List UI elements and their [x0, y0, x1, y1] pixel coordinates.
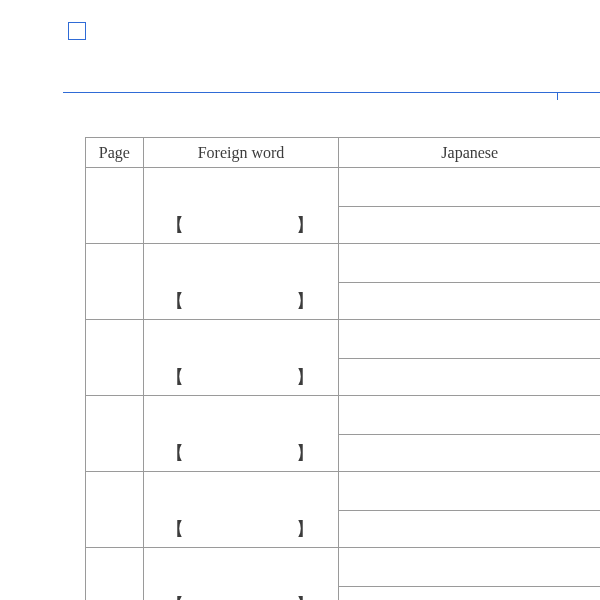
table-row: 【】 [86, 168, 601, 244]
bracket-field: 【】 [166, 441, 316, 465]
vocabulary-table: Page Foreign word Japanese 【】 【】 [85, 137, 600, 600]
bracket-field: 【】 [166, 517, 316, 541]
document-page: Page Foreign word Japanese 【】 【】 [0, 0, 600, 600]
cell-page [86, 472, 144, 548]
header-page: Page [86, 138, 144, 168]
bracket-field: 【】 [166, 593, 316, 600]
bracket-field: 【】 [166, 289, 316, 313]
cell-foreign-word: 【】 [143, 244, 339, 320]
cell-japanese [339, 244, 600, 320]
bracket-close-icon: 】 [296, 593, 316, 600]
table-row: 【】 [86, 244, 601, 320]
cell-page [86, 548, 144, 601]
bracket-field: 【】 [166, 365, 316, 389]
table-row: 【】 [86, 396, 601, 472]
bracket-open-icon: 【 [166, 213, 186, 237]
cell-foreign-word: 【】 [143, 548, 339, 601]
bracket-close-icon: 】 [296, 289, 316, 313]
table-row: 【】 [86, 320, 601, 396]
bracket-close-icon: 】 [296, 441, 316, 465]
bracket-open-icon: 【 [166, 517, 186, 541]
bracket-close-icon: 】 [296, 365, 316, 389]
horizontal-rule [63, 92, 600, 93]
header-foreign-word: Foreign word [143, 138, 339, 168]
rule-tick [557, 92, 558, 100]
bracket-open-icon: 【 [166, 289, 186, 313]
cell-japanese [339, 472, 600, 548]
bracket-open-icon: 【 [166, 593, 186, 600]
cell-foreign-word: 【】 [143, 320, 339, 396]
cell-page [86, 168, 144, 244]
table-header-row: Page Foreign word Japanese [86, 138, 601, 168]
checkbox-icon[interactable] [68, 22, 86, 40]
cell-page [86, 396, 144, 472]
cell-foreign-word: 【】 [143, 472, 339, 548]
cell-foreign-word: 【】 [143, 168, 339, 244]
bracket-close-icon: 】 [296, 517, 316, 541]
bracket-open-icon: 【 [166, 441, 186, 465]
cell-foreign-word: 【】 [143, 396, 339, 472]
cell-japanese [339, 320, 600, 396]
table-row: 【】 [86, 472, 601, 548]
cell-japanese [339, 168, 600, 244]
bracket-close-icon: 】 [296, 213, 316, 237]
cell-page [86, 244, 144, 320]
table-body: 【】 【】 【】 【】 [86, 168, 601, 601]
header-japanese: Japanese [339, 138, 600, 168]
cell-japanese [339, 396, 600, 472]
table-row: 【】 [86, 548, 601, 601]
cell-japanese [339, 548, 600, 601]
cell-page [86, 320, 144, 396]
bracket-open-icon: 【 [166, 365, 186, 389]
bracket-field: 【】 [166, 213, 316, 237]
